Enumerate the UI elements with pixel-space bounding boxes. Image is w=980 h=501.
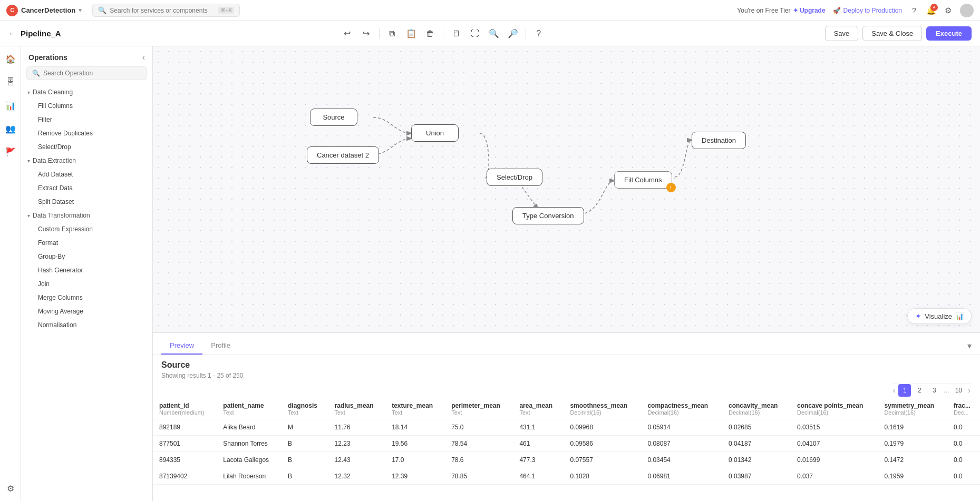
monitor-icon[interactable]: 🖥 bbox=[449, 26, 463, 41]
nav-people-icon[interactable]: 👥 bbox=[3, 121, 18, 136]
brand-name: CancerDetection bbox=[21, 6, 75, 14]
main: 🏠 🗄 📊 👥 🚩 ⚙ Operations ‹ 🔍 ▾ Data Cleani… bbox=[0, 46, 980, 501]
node-union[interactable]: Union bbox=[411, 124, 459, 142]
fullscreen-icon[interactable]: ⛶ bbox=[468, 26, 482, 41]
sidebar-item-normalisation[interactable]: Normalisation bbox=[23, 318, 150, 332]
sidebar-item-format[interactable]: Format bbox=[23, 236, 150, 250]
section-data-extraction-label: Data Extraction bbox=[33, 157, 76, 164]
table-cell: 0.03515 bbox=[791, 419, 878, 436]
sidebar-item-extract-data[interactable]: Extract Data bbox=[23, 181, 150, 195]
prev-page-button[interactable]: ‹ bbox=[892, 386, 897, 395]
help-toolbar-icon[interactable]: ? bbox=[531, 26, 546, 41]
node-select-drop[interactable]: Select/Drop bbox=[487, 169, 542, 186]
preview-collapse-icon[interactable]: ▾ bbox=[967, 341, 972, 351]
sidebar-item-merge-columns[interactable]: Merge Columns bbox=[23, 291, 150, 304]
visualize-button[interactable]: ✦ Visualize 📊 bbox=[907, 308, 972, 324]
tab-profile[interactable]: Profile bbox=[202, 337, 239, 355]
brand-icon: C bbox=[6, 5, 18, 16]
sidebar-collapse-button[interactable]: ‹ bbox=[142, 53, 145, 62]
back-arrow-icon: ← bbox=[8, 30, 15, 37]
brand-chevron[interactable]: ▾ bbox=[79, 7, 82, 14]
sidebar-search-input[interactable] bbox=[43, 70, 141, 77]
section-data-extraction[interactable]: ▾ Data Extraction bbox=[21, 154, 152, 168]
col-texture-mean: texture_meanText bbox=[385, 399, 445, 419]
node-destination[interactable]: Destination bbox=[692, 132, 746, 149]
table-cell: 78.6 bbox=[445, 452, 513, 468]
page-3-button[interactable]: 3 bbox=[928, 384, 940, 397]
settings-icon[interactable]: ⚙ bbox=[943, 6, 953, 15]
page-1-button[interactable]: 1 bbox=[898, 384, 911, 397]
canvas-area: Source Cancer dataset 2 Union Destinatio… bbox=[153, 46, 980, 501]
col-radius-mean: radius_meanText bbox=[328, 399, 386, 419]
node-type-conversion[interactable]: Type Conversion bbox=[512, 207, 584, 224]
table-cell: 78.54 bbox=[445, 436, 513, 452]
nav-flag-icon[interactable]: 🚩 bbox=[3, 144, 18, 159]
sidebar-item-hash-generator[interactable]: Hash Generator bbox=[23, 263, 150, 277]
upgrade-button[interactable]: ✦ Upgrade bbox=[793, 7, 826, 14]
node-source-label: Source bbox=[323, 113, 344, 121]
paste-icon[interactable]: 📋 bbox=[404, 26, 419, 41]
nav-home-icon[interactable]: 🏠 bbox=[3, 52, 18, 66]
table-row: 892189Alika BeardM11.7618.1475.0431.10.0… bbox=[153, 419, 980, 436]
data-table-wrap[interactable]: patient_idNumber(medium) patient_nameTex… bbox=[153, 399, 980, 501]
sidebar-item-split-dataset[interactable]: Split Dataset bbox=[23, 195, 150, 209]
table-cell: Shannon Torres bbox=[217, 436, 282, 452]
sidebar-item-custom-expression[interactable]: Custom Expression bbox=[23, 222, 150, 236]
back-button[interactable]: ← bbox=[8, 30, 15, 37]
sidebar-item-fill-columns[interactable]: Fill Columns bbox=[23, 99, 150, 113]
table-cell: 0.03987 bbox=[722, 468, 791, 485]
sidebar-item-select-drop[interactable]: Select/Drop bbox=[23, 140, 150, 154]
section-data-cleaning[interactable]: ▾ Data Cleaning bbox=[21, 85, 152, 99]
table-cell: 0.09586 bbox=[564, 436, 641, 452]
sidebar-item-group-by[interactable]: Group-By bbox=[23, 250, 150, 263]
chevron-down-icon-3: ▾ bbox=[27, 213, 30, 219]
sidebar-item-moving-average[interactable]: Moving Average bbox=[23, 304, 150, 318]
col-concavity-mean: concavity_meanDecimal(16) bbox=[722, 399, 791, 419]
search-input[interactable] bbox=[110, 7, 215, 14]
preview-area: Preview Profile ▾ Source Showing results… bbox=[153, 332, 980, 501]
undo-icon[interactable]: ↩ bbox=[340, 26, 355, 41]
save-close-button[interactable]: Save & Close bbox=[862, 26, 922, 41]
page-2-button[interactable]: 2 bbox=[913, 384, 926, 397]
table-cell: B bbox=[282, 436, 328, 452]
save-button[interactable]: Save bbox=[825, 26, 859, 41]
table-cell: 0.05914 bbox=[641, 419, 722, 436]
node-cancer2[interactable]: Cancer dataset 2 bbox=[307, 146, 379, 164]
nav-database-icon[interactable]: 🗄 bbox=[3, 75, 18, 90]
sidebar-search[interactable]: 🔍 bbox=[26, 66, 147, 80]
preview-tabs: Preview Profile bbox=[161, 337, 239, 355]
page-10-button[interactable]: 10 bbox=[952, 384, 965, 397]
copy-icon[interactable]: ⧉ bbox=[385, 26, 400, 41]
sidebar-item-remove-duplicates[interactable]: Remove Duplicates bbox=[23, 126, 150, 140]
secondbar: ← Pipeline_A ↩ ↪ ⧉ 📋 🗑 🖥 ⛶ 🔍 🔎 ? Save Sa… bbox=[0, 21, 980, 46]
sidebar-item-join[interactable]: Join bbox=[23, 277, 150, 291]
node-source[interactable]: Source bbox=[310, 109, 357, 126]
sidebar-item-filter[interactable]: Filter bbox=[23, 113, 150, 126]
table-cell: 0.02685 bbox=[722, 419, 791, 436]
deploy-button[interactable]: 🚀 Deploy to Production bbox=[833, 7, 902, 14]
visualize-chart-icon: 📊 bbox=[955, 312, 964, 320]
table-cell: 0.0 bbox=[947, 436, 980, 452]
zoom-in-icon[interactable]: 🔎 bbox=[506, 26, 520, 41]
pipeline-canvas[interactable]: Source Cancer dataset 2 Union Destinatio… bbox=[153, 46, 980, 332]
col-symmetry-mean: symmetry_meanDecimal(16) bbox=[878, 399, 947, 419]
notification-button[interactable]: 🔔 4 bbox=[926, 6, 936, 15]
nav-chart-icon[interactable]: 📊 bbox=[3, 98, 18, 113]
tab-preview[interactable]: Preview bbox=[161, 337, 202, 355]
redo-icon[interactable]: ↪ bbox=[359, 26, 374, 41]
sidebar-item-add-dataset[interactable]: Add Dataset bbox=[23, 168, 150, 181]
help-icon[interactable]: ? bbox=[909, 6, 919, 15]
global-search[interactable]: 🔍 ⌘+K bbox=[92, 4, 240, 17]
section-data-transformation[interactable]: ▾ Data Transformation bbox=[21, 209, 152, 222]
nav-settings-icon[interactable]: ⚙ bbox=[3, 481, 18, 496]
chevron-down-icon: ▾ bbox=[27, 90, 30, 95]
execute-button[interactable]: Execute bbox=[926, 26, 972, 41]
delete-icon[interactable]: 🗑 bbox=[423, 26, 438, 41]
warning-icon: ! bbox=[666, 183, 676, 192]
zoom-out-icon[interactable]: 🔍 bbox=[487, 26, 501, 41]
table-cell: 0.08087 bbox=[641, 436, 722, 452]
table-cell: Lacota Gallegos bbox=[217, 452, 282, 468]
avatar[interactable] bbox=[960, 4, 974, 17]
next-page-button[interactable]: › bbox=[967, 386, 972, 395]
node-fill-columns[interactable]: Fill Columns ! bbox=[614, 171, 672, 189]
